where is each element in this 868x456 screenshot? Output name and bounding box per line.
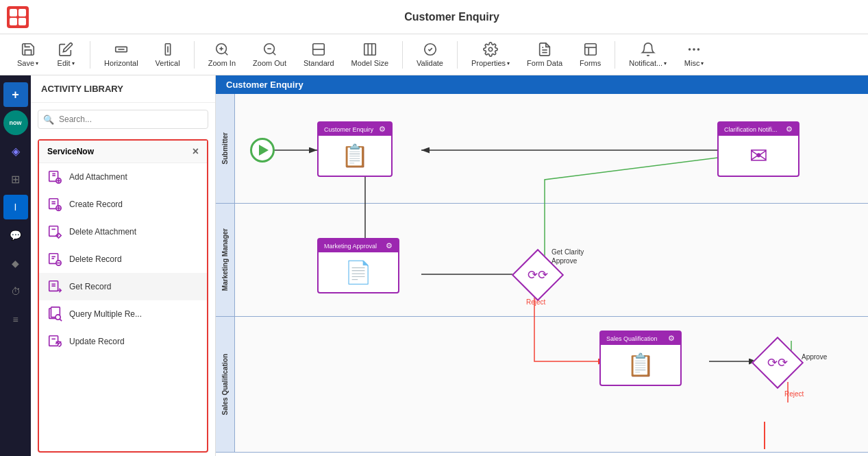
servicenow-section: ServiceNow × Add Attachment: [38, 139, 208, 453]
customer-enquiry-settings[interactable]: ⚙: [379, 125, 386, 134]
customer-enquiry-body: 📋: [319, 136, 391, 176]
separator: [194, 41, 195, 69]
customer-enquiry-header: Customer Enquiry ⚙: [319, 123, 391, 136]
library-item-delete-attachment[interactable]: Delete Attachment: [39, 218, 207, 245]
svg-point-24: [698, 49, 699, 50]
sales-qualification-header: Sales Qualification ⚙: [601, 332, 680, 345]
marketing-approval-header: Marketing Approval ⚙: [319, 239, 398, 252]
separator: [457, 41, 458, 69]
library-item-get-record[interactable]: Get Record: [39, 273, 207, 300]
horizontal-button[interactable]: Horizontal: [97, 38, 145, 71]
forms-button[interactable]: Forms: [573, 38, 608, 71]
sales-qualification-icon: 📋: [627, 352, 654, 378]
library-item-create-record[interactable]: Create Record: [39, 191, 207, 218]
lane-label-submitter: Submitter: [216, 94, 235, 203]
icon-bar-comment[interactable]: 💬: [3, 223, 28, 248]
lane-label-sales: Sales Qualification: [216, 317, 235, 452]
svg-rect-52: [49, 336, 58, 346]
top-bar: Customer Enquiry: [0, 0, 868, 34]
icon-bar-grid[interactable]: ⊞: [3, 167, 28, 191]
standard-button[interactable]: Standard: [297, 38, 341, 71]
notifications-button[interactable]: Notificat... ▾: [622, 38, 673, 71]
clarification-body: ✉: [719, 136, 798, 176]
form-data-button[interactable]: Form Data: [520, 38, 569, 71]
customer-enquiry-node[interactable]: Customer Enquiry ⚙ 📋: [317, 121, 393, 177]
main-content: + now ◈ ⊞ I 💬 ◆ ⏱ ≡ ACTIVITY LIBRARY 🔍 S…: [0, 75, 868, 456]
svg-rect-13: [364, 44, 376, 56]
save-button[interactable]: Save ▾: [10, 38, 45, 71]
svg-point-17: [488, 47, 493, 51]
icon-bar-ethereum[interactable]: ◈: [3, 139, 28, 163]
sales-qualification-settings[interactable]: ⚙: [668, 334, 675, 343]
flow-label-reject-1: Reject: [526, 298, 545, 306]
marketing-approval-node[interactable]: Marketing Approval ⚙ 📄: [317, 238, 399, 293]
svg-point-23: [693, 49, 695, 50]
activity-library-panel: ACTIVITY LIBRARY 🔍 ServiceNow ×: [31, 75, 216, 456]
zoom-in-button[interactable]: Zoom In: [201, 38, 243, 71]
start-icon: [259, 145, 269, 156]
flow-label-get-clarity: Get Clarity: [551, 248, 584, 256]
zoom-out-button[interactable]: Zoom Out: [246, 38, 293, 71]
svg-point-25: [689, 49, 691, 50]
model-size-button[interactable]: Model Size: [345, 38, 395, 71]
sales-qualification-body: 📋: [601, 345, 680, 385]
search-container: 🔍: [38, 110, 208, 129]
marketing-approval-icon: 📄: [345, 259, 372, 285]
svg-point-50: [55, 315, 60, 320]
gateway-1-icon: ⟳⟳: [528, 267, 548, 283]
validate-button[interactable]: Validate: [410, 38, 450, 71]
svg-line-5: [225, 52, 227, 55]
separator: [90, 41, 90, 69]
library-item-add-attachment[interactable]: Add Attachment: [39, 163, 207, 191]
icon-bar-plus[interactable]: +: [3, 82, 28, 107]
start-node[interactable]: [250, 138, 275, 163]
reject-line: [764, 422, 765, 449]
swim-lane-sales: Sales Qualification: [216, 317, 868, 453]
marketing-approval-settings[interactable]: ⚙: [386, 241, 393, 250]
vertical-button[interactable]: Vertical: [149, 38, 187, 71]
library-item-query-multiple[interactable]: Query Multiple Re...: [39, 300, 207, 328]
separator: [615, 41, 615, 69]
gateway-2-container: ⟳⟳: [757, 342, 798, 383]
search-input[interactable]: [38, 110, 208, 129]
close-section-button[interactable]: ×: [193, 146, 199, 157]
gateway-2-icon: ⟳⟳: [767, 355, 788, 370]
marketing-approval-body: 📄: [319, 252, 398, 292]
clarification-icon: ✉: [749, 143, 768, 169]
svg-line-9: [273, 52, 275, 55]
search-icon: 🔍: [43, 115, 54, 125]
flow-label-reject-2: Reject: [784, 390, 804, 398]
page-title: Customer Enquiry: [42, 11, 861, 23]
properties-button[interactable]: Properties ▾: [464, 38, 517, 71]
misc-button[interactable]: Misc ▾: [677, 38, 711, 71]
flow-diagram: Submitter Marketing Manager Sales Qualif…: [216, 94, 868, 453]
canvas-title: Customer Enquiry: [216, 75, 868, 94]
flow-label-approve-2: Approve: [802, 353, 827, 361]
lane-label-marketing: Marketing Manager: [216, 204, 235, 316]
icon-bar-diamond[interactable]: ◆: [3, 251, 28, 276]
icon-bar: + now ◈ ⊞ I 💬 ◆ ⏱ ≡: [0, 75, 31, 456]
icon-bar-menu[interactable]: ≡: [3, 307, 28, 332]
icon-bar-now[interactable]: now: [3, 110, 28, 135]
clarification-node[interactable]: Clarification Notifi... ⚙ ✉: [717, 121, 799, 177]
customer-enquiry-icon: 📋: [341, 143, 369, 169]
app-logo[interactable]: [7, 6, 29, 28]
flow-label-approve-1: Approve: [551, 257, 577, 265]
toolbar: Save ▾ Edit ▾ Horizontal Vertical Zoom I…: [0, 34, 868, 75]
clarification-header: Clarification Notifi... ⚙: [719, 123, 798, 136]
library-item-update-record[interactable]: Update Record: [39, 328, 207, 355]
icon-bar-clock[interactable]: ⏱: [3, 279, 28, 304]
library-item-delete-record[interactable]: Delete Record: [39, 245, 207, 273]
svg-rect-20: [584, 44, 596, 56]
icon-bar-tag[interactable]: I: [3, 195, 28, 219]
clarification-settings[interactable]: ⚙: [786, 125, 793, 134]
svg-line-51: [60, 319, 62, 321]
separator: [402, 41, 403, 69]
canvas-area: Customer Enquiry ‹ Submitter Marketing M…: [216, 75, 868, 456]
edit-button[interactable]: Edit ▾: [49, 38, 83, 71]
section-header: ServiceNow ×: [39, 141, 207, 163]
sales-qualification-node[interactable]: Sales Qualification ⚙ 📋: [599, 331, 682, 386]
activity-library-header: ACTIVITY LIBRARY: [31, 75, 215, 103]
